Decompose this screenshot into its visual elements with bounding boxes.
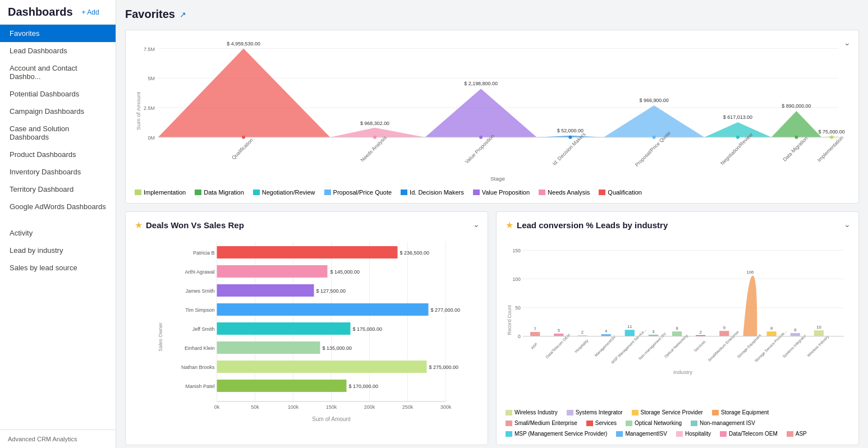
funnel-chart-collapse-button[interactable]: ⌄ [844, 38, 851, 47]
svg-text:Jeff Smith: Jeff Smith [192, 326, 215, 332]
main-content: Favorites ↗ ⌄ Sum of Amount 7.5M 5M 2.5M… [116, 0, 868, 448]
sidebar-footer: Advanced CRM Analytics [0, 429, 116, 448]
svg-point-32 [736, 136, 740, 139]
add-dashboard-button[interactable]: + Add [79, 7, 103, 17]
sidebar-item-account-contact[interactable]: Account and Contact Dashbo... [0, 59, 116, 85]
svg-text:$ 617,013.00: $ 617,013.00 [723, 114, 752, 120]
legend-proposal: Proposal/Price Quote [324, 189, 392, 196]
sidebar-item-inventory[interactable]: Inventory Dashboards [0, 163, 116, 181]
svg-text:Industry: Industry [673, 369, 692, 375]
svg-text:Hospitality: Hospitality [574, 338, 590, 354]
svg-text:Stage: Stage [490, 175, 505, 182]
svg-text:Needs Analysis: Needs Analysis [360, 135, 388, 163]
funnel-chart-legend: Implementation Data Migration Negotiatio… [135, 189, 849, 196]
bar-chart-star: ★ [135, 220, 143, 230]
bar-tim [217, 303, 429, 316]
legend-systems-int: Systems Integrator [567, 409, 623, 415]
legend-data-telecom: Data/Telecom OEM [720, 431, 778, 437]
lead-conversion-chart-svg: Record Count 150 100 50 0 7 ASP [506, 236, 849, 404]
svg-text:5M: 5M [148, 76, 154, 81]
svg-text:$ 127,500.00: $ 127,500.00 [316, 288, 346, 294]
sidebar-item-google-adwords[interactable]: Google AdWords Dashboards [0, 198, 116, 215]
legend-hospitality: Hospitality [676, 431, 711, 437]
bar-manish [217, 380, 347, 392]
svg-text:300k: 300k [440, 404, 452, 410]
svg-text:3: 3 [652, 329, 654, 334]
svg-text:0M: 0M [148, 135, 154, 141]
bottom-row: ★ Deals Won Vs Sales Rep ⌄ Sales Owner $… [125, 211, 859, 445]
svg-point-28 [373, 136, 376, 139]
svg-text:106: 106 [746, 270, 754, 275]
svg-text:James Smith: James Smith [185, 288, 214, 294]
svg-rect-101 [719, 331, 729, 336]
svg-text:250k: 250k [402, 404, 414, 410]
svg-text:8: 8 [770, 326, 773, 331]
sidebar: Dashboards + Add Favorites Lead Dashboar… [0, 0, 116, 448]
sidebar-item-case-solution[interactable]: Case and Solution Dashboards [0, 120, 116, 146]
external-link-icon[interactable]: ↗ [180, 10, 186, 19]
legend-mgmt-isv: ManagementISV [616, 431, 667, 437]
legend-value-prop: Value Proposition [473, 189, 530, 196]
svg-text:6: 6 [794, 327, 796, 332]
svg-text:Qualification: Qualification [231, 137, 254, 161]
sidebar-item-potential[interactable]: Potential Dashboards [0, 85, 116, 103]
svg-text:Wireless Industry: Wireless Industry [806, 334, 830, 358]
legend-wireless: Wireless Industry [506, 409, 558, 415]
sidebar-item-territory[interactable]: Territory Dashboard [0, 181, 116, 198]
svg-text:200k: 200k [364, 404, 375, 410]
bar-chart-card: ★ Deals Won Vs Sales Rep ⌄ Sales Owner $… [125, 211, 488, 445]
svg-rect-106 [766, 331, 776, 336]
svg-text:Nathan Brooks: Nathan Brooks [181, 364, 215, 370]
svg-text:$ 236,500.00: $ 236,500.00 [400, 250, 430, 256]
sidebar-item-lead-dashboards[interactable]: Lead Dashboards [0, 42, 116, 59]
svg-text:Sum of Amount: Sum of Amount [135, 92, 141, 130]
lead-chart-collapse-button[interactable]: ⌄ [844, 220, 851, 229]
svg-text:0k: 0k [214, 404, 220, 410]
svg-text:2.5M: 2.5M [144, 105, 155, 111]
svg-text:7: 7 [534, 326, 536, 331]
svg-rect-80 [554, 334, 563, 336]
bar-arthi [217, 265, 328, 278]
sidebar-item-campaign[interactable]: Campaign Dashboards [0, 103, 116, 120]
sidebar-section-group: Activity Lead by industry Sales by lead … [0, 224, 116, 276]
svg-text:Optical Networking: Optical Networking [663, 334, 689, 359]
legend-non-mgmt: Non-management ISV [691, 420, 755, 426]
svg-text:$ 75,000.00: $ 75,000.00 [819, 129, 845, 135]
sidebar-item-sales-by-lead[interactable]: Sales by lead source [0, 259, 116, 276]
sidebar-item-product[interactable]: Product Dashboards [0, 146, 116, 163]
svg-text:$ 277,000.00: $ 277,000.00 [431, 307, 461, 313]
legend-negotiation: Negotiation/Review [253, 189, 315, 196]
svg-text:$ 2,198,800.00: $ 2,198,800.00 [464, 81, 498, 86]
svg-text:ASP: ASP [530, 342, 539, 350]
svg-text:7.5M: 7.5M [144, 47, 155, 52]
bar-chart-svg: Sales Owner $ 236,500.00 Patricia B $ 14… [135, 236, 479, 427]
sidebar-item-activity[interactable]: Activity [0, 224, 116, 242]
sidebar-item-lead-by-industry[interactable]: Lead by industry [0, 242, 116, 259]
svg-text:150: 150 [512, 248, 521, 253]
svg-text:$ 175,000.00: $ 175,000.00 [353, 326, 383, 332]
svg-text:Data Migration: Data Migration [782, 135, 809, 162]
lead-chart-title: Lead conversion % Leads by industry [517, 220, 668, 230]
svg-rect-77 [530, 332, 540, 336]
svg-text:Manish Patel: Manish Patel [185, 384, 214, 389]
legend-msp: MSP (Management Service Provider) [506, 431, 607, 437]
bar-jeff [217, 322, 351, 335]
sidebar-title-text: Dashboards [8, 6, 73, 19]
sidebar-item-favorites[interactable]: Favorites [0, 25, 116, 42]
bar-chart-collapse-button[interactable]: ⌄ [473, 220, 480, 229]
svg-text:100: 100 [512, 276, 521, 282]
svg-text:5: 5 [558, 328, 560, 333]
svg-rect-89 [625, 330, 635, 336]
lead-chart-star: ★ [506, 220, 513, 230]
svg-point-29 [479, 136, 483, 139]
bar-chart-title: Deals Won Vs Sales Rep [146, 220, 244, 230]
sidebar-nav: Favorites Lead Dashboards Account and Co… [0, 25, 116, 215]
svg-text:$ 52,000.00: $ 52,000.00 [557, 128, 584, 133]
svg-rect-109 [791, 333, 800, 336]
svg-text:100k: 100k [288, 404, 299, 410]
bar-einhard [217, 341, 320, 354]
svg-text:Services: Services [693, 339, 706, 353]
svg-point-27 [242, 136, 245, 139]
bar-chart-header: ★ Deals Won Vs Sales Rep [135, 220, 479, 230]
legend-small-medium: Small/Medium Enterprise [506, 420, 577, 426]
